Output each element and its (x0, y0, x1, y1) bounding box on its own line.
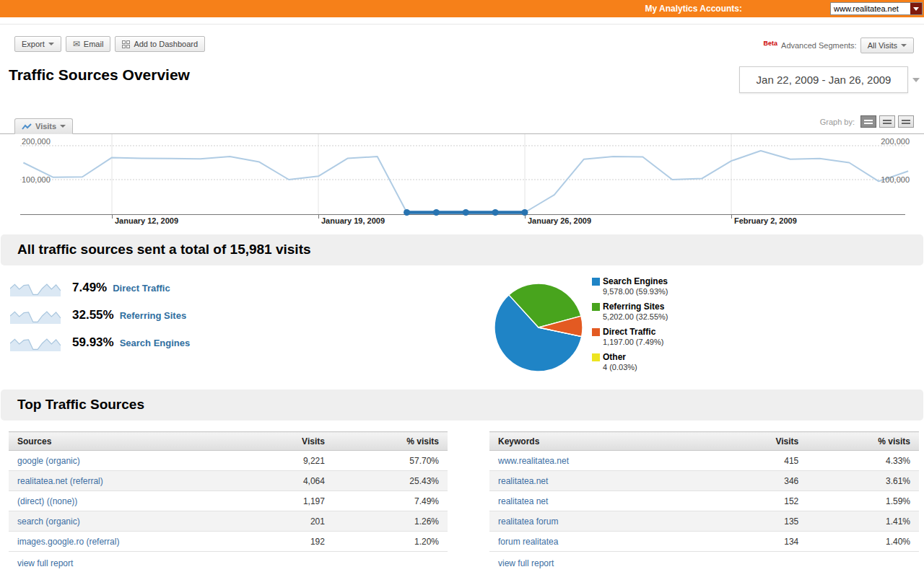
beta-badge: Beta (764, 40, 778, 47)
graph-header: Visits (0, 119, 924, 134)
col-header-pct-visits[interactable]: % visits (807, 432, 919, 451)
table-cell[interactable]: images.google.ro (referral) (9, 532, 219, 552)
col-header-visits[interactable]: Visits (696, 432, 808, 451)
y-axis-label-200k-left: 200,000 (22, 137, 51, 146)
month-icon (902, 120, 910, 121)
table-cell-link[interactable]: realitatea.net (498, 476, 548, 486)
date-range-value: Jan 22, 2009 - Jan 26, 2009 (757, 74, 892, 86)
metric-row-search-engines: 59.93% Search Engines (10, 332, 190, 353)
table-cell-link[interactable]: forum realitatea (498, 537, 558, 547)
table-cell-link[interactable]: www.realitatea.net (498, 456, 569, 466)
traffic-sources-pie-chart (492, 281, 585, 374)
date-range-chevron-icon[interactable] (912, 78, 920, 82)
x-axis-tick (731, 215, 732, 219)
col-header-sources[interactable]: Sources (9, 432, 219, 451)
table-cell[interactable]: search (organic) (9, 511, 219, 532)
account-select-arrow-icon[interactable] (910, 3, 922, 14)
col-header-pct-visits[interactable]: % visits (334, 432, 448, 451)
graph-by-month-button[interactable] (898, 115, 914, 128)
account-select[interactable]: www.realitatea.net (830, 2, 923, 15)
graph-by-day-button[interactable] (860, 115, 876, 128)
metric-pct: 59.93% (72, 335, 114, 350)
toolbar: Export ✉ Email Add to Dashboard (14, 36, 205, 52)
metric-row-referring-sites: 32.55% Referring Sites (10, 304, 186, 326)
legend-label: Other (603, 352, 626, 362)
date-range-selector[interactable]: Jan 22, 2009 - Jan 26, 2009 (739, 66, 908, 93)
legend-swatch-blue (592, 278, 600, 286)
legend-label: Direct Traffic (603, 327, 655, 337)
table-cell-link[interactable]: google (organic) (17, 456, 80, 466)
legend-item-direct-traffic: Direct Traffic 1,197.00 (7.49%) (592, 327, 668, 346)
table-cell-link[interactable]: realitatea net (498, 496, 548, 506)
table-cell-link[interactable]: images.google.ro (referral) (17, 537, 119, 547)
view-full-report-link-keywords[interactable]: view full report (498, 558, 554, 568)
metric-tab-label: Visits (35, 122, 56, 131)
metric-row-direct-traffic: 7.49% Direct Traffic (10, 277, 170, 299)
direct-traffic-link[interactable]: Direct Traffic (113, 283, 170, 294)
table-cell[interactable]: realitatea forum (489, 511, 696, 532)
legend-item-search-engines: Search Engines 9,578.00 (59.93%) (592, 276, 668, 296)
visits-line-chart[interactable] (20, 134, 905, 215)
metric-tab-visits[interactable]: Visits (14, 118, 73, 134)
search-engines-link[interactable]: Search Engines (120, 338, 191, 348)
table-cell-link[interactable]: search (organic) (17, 516, 80, 527)
referring-sites-link[interactable]: Referring Sites (120, 310, 186, 321)
table-cell: 152 (696, 491, 808, 511)
y-axis-label-100k-right: 100,000 (881, 175, 910, 184)
table-row: www.realitatea.net4154.33% (489, 451, 919, 471)
table-row: (direct) ((none))1,1977.49% (9, 491, 448, 511)
table-row: google (organic)9,22157.70% (9, 451, 448, 471)
email-label: Email (84, 40, 104, 48)
graph-by-week-button[interactable] (879, 115, 895, 128)
keywords-table: Keywords Visits % visits www.realitatea.… (489, 431, 919, 552)
col-header-keywords[interactable]: Keywords (489, 432, 696, 451)
legend-value: 4 (0.03%) (603, 363, 668, 371)
metric-pct: 7.49% (72, 281, 107, 295)
export-button[interactable]: Export (14, 36, 61, 52)
legend-value: 5,202.00 (32.55%) (603, 312, 668, 321)
sparkline-referring-sites (10, 306, 61, 325)
table-row: images.google.ro (referral)1921.20% (9, 532, 448, 552)
legend-value: 1,197.00 (7.49%) (603, 338, 668, 346)
dashboard-grid-icon (122, 40, 130, 48)
pie-legend: Search Engines 9,578.00 (59.93%) Referri… (592, 276, 668, 377)
table-cell-link[interactable]: realitatea forum (498, 516, 558, 527)
sparkline-direct-traffic (10, 278, 61, 297)
table-cell: 9,221 (219, 451, 334, 471)
table-row: search (organic)2011.26% (9, 511, 448, 532)
x-axis-label-feb2: February 2, 2009 (734, 216, 797, 225)
segment-value: All Visits (868, 41, 897, 50)
summary-headline: All traffic sources sent a total of 15,9… (17, 242, 311, 258)
table-cell: 192 (219, 532, 334, 552)
table-cell[interactable]: (direct) ((none)) (9, 491, 219, 511)
email-button[interactable]: ✉ Email (66, 36, 111, 52)
week-icon (883, 120, 892, 121)
table-cell-link[interactable]: (direct) ((none)) (17, 496, 77, 506)
table-cell[interactable]: www.realitatea.net (489, 451, 696, 471)
top-traffic-sources-bar: Top Traffic Sources (1, 390, 923, 421)
line-chart-canvas (20, 134, 905, 215)
table-cell[interactable]: realitatea.net (referral) (9, 471, 219, 491)
legend-value: 9,578.00 (59.93%) (603, 287, 668, 296)
table-cell: 25.43% (334, 471, 448, 491)
table-cell: 1.20% (334, 532, 448, 552)
envelope-icon: ✉ (73, 39, 80, 49)
table-cell[interactable]: google (organic) (9, 451, 219, 471)
add-to-dashboard-button[interactable]: Add to Dashboard (115, 36, 205, 52)
table-cell[interactable]: forum realitatea (489, 532, 696, 552)
x-axis-tick (112, 215, 113, 219)
col-header-visits[interactable]: Visits (219, 432, 334, 451)
table-cell[interactable]: realitatea net (489, 491, 696, 511)
table-cell[interactable]: realitatea.net (489, 471, 696, 491)
table-cell: 135 (696, 511, 808, 532)
table-cell: 1.59% (807, 491, 919, 511)
add-to-dashboard-label: Add to Dashboard (134, 40, 198, 48)
export-label: Export (22, 40, 45, 48)
summary-headline-bar: All traffic sources sent a total of 15,9… (1, 234, 923, 265)
legend-swatch-orange (592, 328, 600, 336)
segments-select-button[interactable]: All Visits (860, 38, 914, 53)
table-cell-link[interactable]: realitatea.net (referral) (17, 476, 103, 486)
view-full-report-link-sources[interactable]: view full report (17, 558, 73, 568)
table-row: realitatea net1521.59% (489, 491, 919, 511)
x-axis-label-jan19: January 19, 2009 (321, 216, 385, 225)
